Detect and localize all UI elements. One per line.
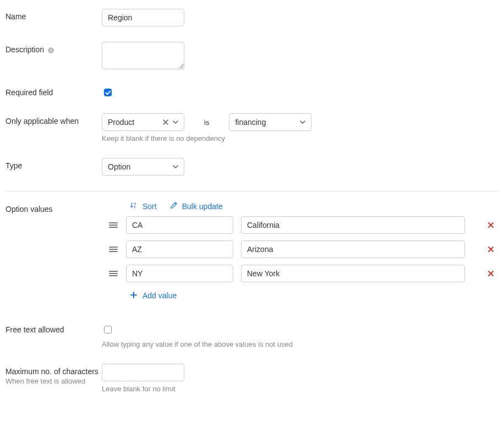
chevron-down-icon [300, 121, 305, 124]
description-label: Description [6, 42, 102, 54]
drag-handle-icon[interactable] [108, 246, 118, 253]
option-code-input[interactable] [126, 216, 233, 234]
free-text-checkbox[interactable] [104, 326, 112, 333]
divider [6, 191, 498, 192]
max-chars-label: Maximum no. of characters [6, 367, 102, 376]
applicable-when-label: Only applicable when [6, 113, 102, 125]
drag-handle-icon[interactable] [108, 270, 118, 277]
required-checkbox[interactable] [104, 89, 112, 96]
option-code-input[interactable] [126, 240, 233, 258]
drag-handle-icon[interactable] [108, 222, 118, 228]
is-text: is [201, 118, 212, 127]
name-input[interactable] [102, 9, 184, 26]
chevron-down-icon [173, 121, 178, 124]
free-text-label: Free text allowed [6, 322, 102, 334]
svg-text:A: A [134, 202, 136, 205]
name-label: Name [6, 9, 102, 21]
option-label-input[interactable] [241, 240, 465, 258]
description-textarea[interactable] [102, 42, 184, 69]
required-label: Required field [6, 85, 102, 97]
chevron-down-icon [173, 165, 178, 168]
max-chars-hint: Leave blank for no limit [102, 385, 498, 393]
bulk-update-button[interactable]: Bulk update [170, 201, 223, 211]
dependency-field-select[interactable]: Product [102, 113, 184, 131]
option-row [108, 216, 498, 234]
sort-button[interactable]: AZ Sort [130, 201, 157, 211]
option-code-input[interactable] [126, 265, 233, 282]
max-chars-sublabel: When free text is allowed [6, 377, 102, 385]
add-value-button[interactable]: Add value [108, 291, 498, 300]
svg-rect-1 [51, 50, 51, 52]
sort-az-icon: AZ [130, 201, 138, 211]
info-icon [47, 47, 54, 54]
remove-option-button[interactable] [487, 246, 495, 253]
remove-option-button[interactable] [487, 270, 495, 277]
plus-icon [130, 291, 137, 300]
option-label-input[interactable] [241, 265, 465, 282]
dependency-value-select[interactable]: financing [229, 113, 311, 131]
type-label: Type [6, 158, 102, 170]
pencil-icon [170, 201, 178, 211]
free-text-hint: Allow typing any value if one of the abo… [102, 340, 498, 348]
max-chars-input[interactable] [102, 364, 184, 381]
svg-rect-2 [51, 48, 51, 49]
clear-icon[interactable] [163, 119, 168, 125]
option-row [108, 240, 498, 258]
option-row [108, 265, 498, 282]
type-select[interactable]: Option [102, 158, 184, 176]
svg-text:Z: Z [134, 205, 136, 209]
option-values-label: Option values [6, 201, 102, 214]
option-label-input[interactable] [241, 216, 465, 234]
remove-option-button[interactable] [487, 222, 495, 228]
dependency-hint: Keep it blank if there is no dependency [102, 134, 498, 143]
